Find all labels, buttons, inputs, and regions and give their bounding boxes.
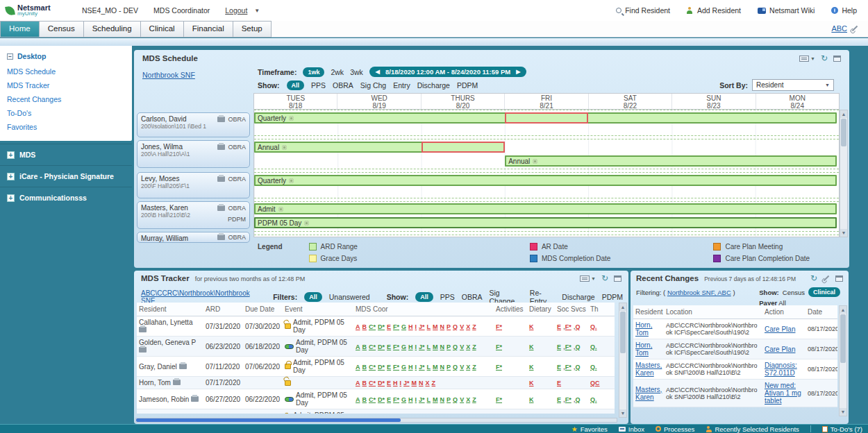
mds-item-link[interactable]: P	[446, 343, 451, 350]
sidebar-desktop-header[interactable]: − Desktop	[7, 50, 132, 65]
user-menu-caret-icon[interactable]: ▼	[254, 8, 260, 14]
col-due-date[interactable]: Due Date	[243, 303, 283, 316]
mds-item-link[interactable]: P	[446, 323, 451, 330]
action-link[interactable]: Care Plan	[765, 325, 795, 333]
schedule-vertical-scrollbar[interactable]: ▲ ▼	[840, 110, 848, 237]
mds-item-link[interactable]: L	[427, 396, 431, 403]
refresh-icon[interactable]: ↻	[821, 55, 828, 62]
scroll-down-icon[interactable]: ▼	[840, 408, 846, 416]
tab-clinical[interactable]: Clinical	[141, 21, 184, 37]
mds-item-link[interactable]: K	[529, 380, 534, 387]
mds-item-link[interactable]: A	[356, 380, 360, 387]
ar-date-segment[interactable]	[505, 112, 588, 124]
mds-item-link[interactable]: I	[415, 343, 417, 350]
maximize-icon[interactable]	[614, 275, 621, 282]
mds-item-link[interactable]: F*	[393, 323, 399, 330]
mds-item-link[interactable]: H	[408, 343, 413, 350]
sort-by-select[interactable]: Resident ▼	[752, 79, 834, 91]
col-date[interactable]: Date	[806, 305, 837, 319]
show-pdpm[interactable]: PDPM	[602, 293, 623, 301]
mds-item-link[interactable]: E	[557, 323, 561, 330]
resident-link[interactable]: Masters, Karen	[635, 362, 662, 377]
timeframe-2wk[interactable]: 2wk	[331, 68, 344, 76]
mds-item-link[interactable]: V	[460, 364, 464, 371]
printer-icon[interactable]	[191, 396, 199, 402]
mds-item-link[interactable]: Q.	[590, 396, 597, 403]
col-dietary[interactable]: Dietary	[527, 303, 555, 316]
sidebar-item-recent-changes[interactable]: Recent Changes	[7, 92, 132, 106]
filter-all[interactable]: All	[304, 292, 322, 302]
mds-item-link[interactable]: E	[557, 364, 561, 371]
mds-item-link[interactable]: A	[356, 323, 360, 330]
show-all[interactable]: All	[415, 292, 433, 302]
mds-item-link[interactable]: I	[415, 396, 417, 403]
sidebar-section-mds[interactable]: + MDS	[0, 144, 132, 165]
mds-item-link[interactable]: G	[401, 323, 406, 330]
mds-item-link[interactable]: Z	[472, 343, 476, 350]
find-resident-button[interactable]: Find Resident	[616, 6, 670, 15]
printer-icon[interactable]	[217, 117, 225, 122]
locked-icon[interactable]	[285, 364, 291, 369]
abc-link[interactable]: ABC	[831, 24, 847, 33]
mds-item-link[interactable]: E	[557, 380, 561, 387]
mds-item-link[interactable]: L	[427, 343, 431, 350]
resident-card[interactable]: Carlson, David 200\Isolation\101 I\Bed 1…	[137, 112, 250, 137]
pdpm-pill-icon[interactable]	[285, 397, 294, 402]
mds-item-link[interactable]: K	[529, 396, 534, 403]
col-activities[interactable]: Activities	[494, 303, 527, 316]
scroll-up-icon[interactable]: ▲	[840, 306, 846, 314]
mds-item-link[interactable]: A	[356, 396, 360, 403]
mds-item-link[interactable]: X	[466, 396, 470, 403]
mds-item-link[interactable]: Z	[472, 323, 476, 330]
col-th[interactable]: Th	[588, 303, 615, 316]
mds-item-link[interactable]: J*	[419, 323, 425, 330]
tab-census[interactable]: Census	[40, 21, 84, 37]
printer-icon[interactable]	[139, 327, 147, 332]
unlocked-icon[interactable]	[285, 380, 291, 386]
wrench-icon[interactable]	[852, 26, 858, 31]
logout-link[interactable]: Logout	[225, 6, 247, 15]
mds-item-link[interactable]: M	[412, 380, 417, 387]
mds-item-link[interactable]: N	[440, 343, 445, 350]
col-location[interactable]: Location	[664, 305, 762, 319]
mds-item-link[interactable]: N	[440, 323, 445, 330]
mds-item-link[interactable]: H	[408, 396, 413, 403]
mds-item-link[interactable]: C*	[369, 323, 376, 330]
mds-item-link[interactable]: B	[362, 343, 367, 350]
collapse-icon[interactable]: −	[7, 53, 13, 60]
printer-icon[interactable]	[179, 364, 187, 369]
scroll-up-icon[interactable]: ▲	[619, 303, 626, 311]
mds-item-link[interactable]: Z	[432, 380, 436, 387]
mds-item-link[interactable]: N	[440, 364, 445, 371]
mds-item-link[interactable]: X	[426, 380, 430, 387]
refresh-icon[interactable]: ↻	[810, 275, 817, 282]
mds-item-link[interactable]: J*	[419, 364, 425, 371]
mds-item-link[interactable]: C*	[369, 343, 376, 350]
show-filter-sigchg[interactable]: Sig Chg	[360, 81, 386, 90]
mds-item-link[interactable]: D*	[378, 380, 385, 387]
mds-item-link[interactable]: H	[408, 323, 413, 330]
col-resident[interactable]: Resident	[137, 303, 203, 316]
mds-item-link[interactable]: D*	[378, 396, 385, 403]
sidebar-section-icare[interactable]: + iCare - Physician Signature	[0, 165, 132, 187]
mds-item-link[interactable]: F*	[565, 396, 571, 403]
show-census[interactable]: Census	[783, 289, 805, 296]
expand-icon[interactable]: +	[7, 194, 15, 202]
scroll-down-icon[interactable]: ▼	[840, 229, 847, 237]
action-link[interactable]: New med: Ativan 1 mg tablet	[765, 382, 801, 405]
mds-item-link[interactable]: Q	[453, 364, 458, 371]
printer-icon[interactable]	[217, 235, 225, 240]
expand-icon[interactable]: +	[7, 151, 15, 159]
mds-item-link[interactable]: Q	[453, 343, 458, 350]
resident-card[interactable]: Jones, Wilma 200\A Hall\210\A\1 OBRA	[137, 140, 250, 168]
mds-item-link[interactable]: M	[433, 396, 438, 403]
show-obra[interactable]: OBRA	[462, 293, 483, 301]
mds-item-link[interactable]: E	[387, 343, 391, 350]
action-link[interactable]: Diagnosis: S72.011D	[765, 362, 797, 377]
mds-item-link[interactable]: E	[387, 396, 391, 403]
mds-item-link[interactable]: J*	[403, 380, 410, 387]
resident-card[interactable]: Masters, Karen 200\B Hall\210\B\2 OBRA P…	[137, 201, 250, 229]
recent-vertical-scrollbar[interactable]: ▲ ▼	[839, 305, 847, 416]
schedule-bar[interactable]: Admit	[254, 203, 837, 214]
mds-item-link[interactable]: I	[415, 364, 417, 371]
